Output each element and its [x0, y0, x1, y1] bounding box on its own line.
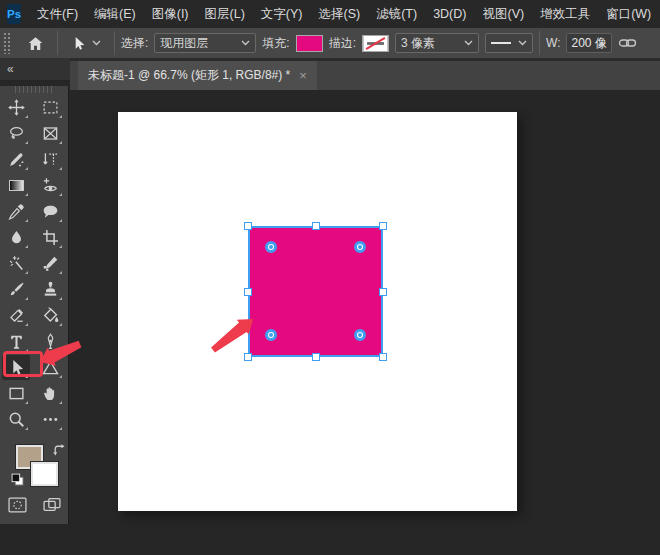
tab-strip: 未标题-1 @ 66.7% (矩形 1, RGB/8#) * × [70, 58, 660, 90]
select-mode-dropdown[interactable]: 现用图层 [154, 33, 256, 53]
options-bar: 选择: 现用图层 填充: 描边: 3 像素 W: [0, 28, 660, 58]
fill-label: 填充: [262, 35, 289, 52]
panel-grip[interactable] [15, 86, 53, 93]
selection-handle-e[interactable] [379, 288, 387, 296]
menu-item[interactable]: 文件(F) [29, 0, 86, 28]
magic-wand-tool[interactable] [2, 251, 30, 276]
selection-handle-w[interactable] [244, 288, 252, 296]
separator [114, 31, 115, 55]
home-button[interactable] [20, 29, 51, 57]
link-dimensions-icon[interactable] [618, 36, 637, 50]
swap-colors-icon[interactable] [52, 443, 65, 456]
menu-item[interactable]: 窗口(W) [598, 0, 659, 28]
menu-item[interactable]: 编辑(E) [86, 0, 144, 28]
screen-mode-button[interactable] [43, 497, 61, 513]
move-tool[interactable] [2, 95, 30, 120]
menu-items: 文件(F)编辑(E)图像(I)图层(L)文字(Y)选择(S)滤镜(T)3D(D)… [29, 0, 660, 28]
zoom-tool[interactable] [2, 407, 30, 432]
background-color-swatch[interactable] [31, 462, 58, 486]
default-colors-icon[interactable] [11, 473, 24, 486]
photoshop-window: Ps 文件(F)编辑(E)图像(I)图层(L)文字(Y)选择(S)滤镜(T)3D… [0, 0, 660, 555]
menu-item[interactable]: 图像(I) [144, 0, 197, 28]
stroke-type-preview [491, 42, 511, 44]
shape-rectangle[interactable] [248, 226, 383, 357]
menu-item[interactable]: 图层(L) [197, 0, 253, 28]
tools-panel [0, 86, 69, 524]
annotation-highlight-box [3, 351, 43, 377]
brush-tool[interactable] [2, 277, 30, 302]
selection-handle-sw[interactable] [244, 353, 252, 361]
corner-radius-control-tl[interactable] [265, 241, 277, 253]
select-mode-value: 现用图层 [160, 35, 208, 52]
tool-preset-button[interactable] [64, 29, 108, 57]
menu-item[interactable]: 滤镜(T) [368, 0, 425, 28]
tab-close-icon[interactable]: × [299, 68, 307, 83]
chevron-down-icon [92, 40, 101, 46]
tools-column: « [0, 58, 70, 555]
corner-radius-control-tr[interactable] [354, 241, 366, 253]
tab-title: 未标题-1 @ 66.7% (矩形 1, RGB/8#) * [88, 67, 290, 84]
note-tool[interactable] [36, 199, 64, 224]
edit-toolbar-ellipsis[interactable] [36, 407, 64, 432]
options-bar-grip[interactable] [3, 32, 10, 54]
separator [57, 31, 58, 55]
quick-mask-icon [8, 497, 27, 513]
menu-bar: Ps 文件(F)编辑(E)图像(I)图层(L)文字(Y)选择(S)滤镜(T)3D… [0, 0, 660, 28]
select-mode-label: 选择: [121, 35, 148, 52]
canvas-area[interactable] [70, 90, 660, 555]
menu-item[interactable]: 视图(V) [474, 0, 532, 28]
stroke-color-swatch[interactable] [362, 35, 389, 52]
separator [539, 31, 540, 55]
gradient-tool[interactable] [2, 173, 30, 198]
corner-radius-control-br[interactable] [354, 329, 366, 341]
healing-brush-tool[interactable] [2, 147, 30, 172]
document-canvas[interactable] [118, 112, 517, 511]
vertical-type-mask-tool[interactable] [36, 147, 64, 172]
stroke-label: 描边: [329, 35, 356, 52]
menu-item[interactable]: 增效工具 [532, 0, 598, 28]
tools-grid [0, 95, 68, 433]
home-icon [27, 35, 44, 52]
fill-color-swatch[interactable] [296, 35, 323, 52]
menu-item[interactable]: 选择(S) [310, 0, 368, 28]
chevron-down-icon [241, 40, 250, 46]
collapse-panel-button[interactable]: « [0, 58, 70, 80]
stroke-width-value: 3 像素 [401, 35, 435, 52]
selection-handle-s[interactable] [312, 353, 320, 361]
chevron-down-icon [518, 40, 527, 46]
eyedropper-tool[interactable] [2, 199, 30, 224]
color-swatches [0, 443, 69, 493]
lasso-tool[interactable] [2, 121, 30, 146]
corner-radius-control-bl[interactable] [265, 329, 277, 341]
selection-handle-ne[interactable] [379, 222, 387, 230]
clone-stamp-tool[interactable] [36, 277, 64, 302]
photoshop-logo: Ps [7, 4, 21, 24]
material-eyedropper-tool[interactable] [36, 251, 64, 276]
width-label: W: [546, 36, 560, 50]
menu-item[interactable]: 文字(Y) [253, 0, 311, 28]
chevron-down-icon [464, 40, 473, 46]
selection-handle-se[interactable] [379, 353, 387, 361]
quick-mask-button[interactable] [8, 497, 27, 513]
crop-tool[interactable] [36, 225, 64, 250]
path-selection-cursor-icon [71, 36, 86, 51]
rectangle-tool[interactable] [2, 381, 30, 406]
red-eye-tool[interactable] [36, 173, 64, 198]
width-input[interactable] [566, 33, 612, 53]
blur-tool[interactable] [2, 225, 30, 250]
rectangular-marquee-tool[interactable] [36, 95, 64, 120]
selection-handle-n[interactable] [312, 222, 320, 230]
document-tab[interactable]: 未标题-1 @ 66.7% (矩形 1, RGB/8#) * × [78, 61, 317, 90]
selection-handle-nw[interactable] [244, 222, 252, 230]
stroke-width-dropdown[interactable]: 3 像素 [395, 33, 479, 53]
frame-tool[interactable] [36, 121, 64, 146]
paint-bucket-tool[interactable] [36, 303, 64, 328]
screen-mode-icon [43, 497, 61, 512]
mode-buttons [0, 497, 69, 513]
stroke-type-dropdown[interactable] [485, 33, 533, 53]
menu-item[interactable]: 3D(D) [425, 0, 474, 28]
eraser-tool[interactable] [2, 303, 30, 328]
hand-tool[interactable] [36, 381, 64, 406]
